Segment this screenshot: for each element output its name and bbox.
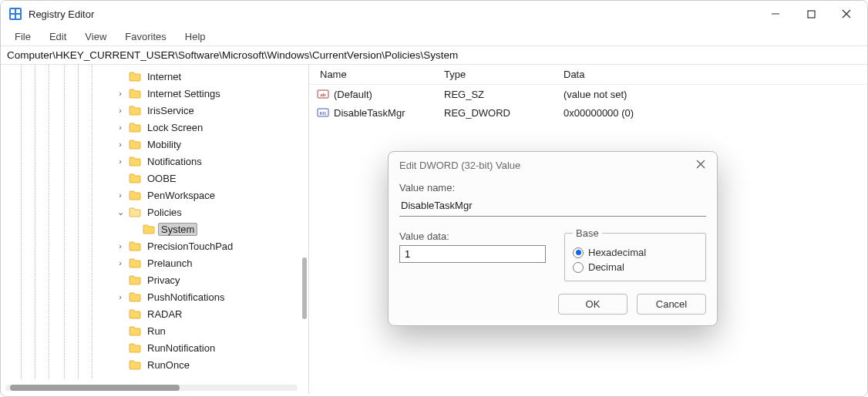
folder-icon xyxy=(129,325,141,336)
titlebar: Registry Editor xyxy=(1,1,867,27)
tree-node-run[interactable]: Run xyxy=(101,322,308,339)
regedit-icon xyxy=(8,7,22,21)
base-legend: Base xyxy=(573,227,602,239)
tree-node-label: OOBE xyxy=(144,172,180,185)
value-name-field[interactable]: DisableTaskMgr xyxy=(399,197,706,217)
svg-rect-6 xyxy=(808,11,815,18)
tree-node-label: Policies xyxy=(144,206,185,219)
maximize-button[interactable] xyxy=(793,1,829,27)
folder-icon xyxy=(129,342,141,353)
radio-decimal[interactable]: Decimal xyxy=(573,261,698,273)
dialog-title: Edit DWORD (32-bit) Value xyxy=(399,160,694,171)
tree-node-label: RADAR xyxy=(144,308,186,321)
menu-view[interactable]: View xyxy=(76,29,116,44)
address-bar[interactable]: Computer\HKEY_CURRENT_USER\Software\Micr… xyxy=(1,45,867,65)
value-name: (Default) xyxy=(334,89,372,100)
edit-dword-dialog: Edit DWORD (32-bit) Value Value name: Di… xyxy=(388,151,718,326)
folder-icon xyxy=(129,241,141,251)
value-type: REG_SZ xyxy=(444,89,564,100)
tree-node-runonce[interactable]: RunOnce xyxy=(101,356,308,373)
radio-hexadecimal-label: Hexadecimal xyxy=(588,247,646,258)
tree-node-irisservice[interactable]: › IrisService xyxy=(101,102,308,119)
tree-node-label: Lock Screen xyxy=(144,121,206,134)
tree-expander-icon[interactable]: › xyxy=(115,89,126,98)
tree-horizontal-scrollbar[interactable] xyxy=(5,385,298,391)
tree-node-label: Notifications xyxy=(144,155,205,168)
menu-file[interactable]: File xyxy=(5,29,40,44)
tree-node-internet-settings[interactable]: › Internet Settings xyxy=(101,85,308,102)
folder-icon xyxy=(129,274,141,285)
tree-node-privacy[interactable]: Privacy xyxy=(101,271,308,288)
cancel-button[interactable]: Cancel xyxy=(637,294,706,315)
menu-favorites[interactable]: Favorites xyxy=(116,29,175,44)
value-data: (value not set) xyxy=(564,89,867,100)
tree-expander-icon[interactable]: › xyxy=(115,241,126,251)
tree-node-lock-screen[interactable]: › Lock Screen xyxy=(101,119,308,136)
svg-rect-2 xyxy=(16,9,20,13)
tree-node-radar[interactable]: RADAR xyxy=(101,305,308,322)
tree-node-policies[interactable]: ⌄ Policies xyxy=(101,204,308,220)
menu-help[interactable]: Help xyxy=(176,29,215,44)
radio-decimal-indicator xyxy=(573,262,584,273)
value-data: 0x00000000 (0) xyxy=(564,107,867,119)
tree-node-runnotification[interactable]: RunNotification xyxy=(101,339,308,356)
value-name: DisableTaskMgr xyxy=(334,107,405,119)
tree-expander-icon[interactable]: › xyxy=(115,140,126,149)
tree-expander-icon[interactable]: › xyxy=(115,258,126,267)
tree-node-system[interactable]: System xyxy=(101,220,308,237)
svg-rect-1 xyxy=(11,9,15,13)
value-data-input[interactable] xyxy=(399,245,546,263)
folder-icon xyxy=(143,224,155,234)
folder-icon xyxy=(129,257,141,268)
tree-node-label: IrisService xyxy=(144,104,197,117)
folder-icon xyxy=(129,291,141,302)
tree-node-label: Internet xyxy=(144,70,184,83)
tree-horizontal-scrollbar-thumb[interactable] xyxy=(10,385,180,391)
ok-button[interactable]: OK xyxy=(558,294,627,315)
tree-node-label: RunNotification xyxy=(144,341,218,355)
value-row[interactable]: 011 DisableTaskMgr REG_DWORD 0x00000000 … xyxy=(309,103,867,122)
window-title: Registry Editor xyxy=(29,8,94,20)
tree-node-internet[interactable]: Internet xyxy=(101,68,308,85)
tree-expander-icon[interactable]: › xyxy=(115,106,126,115)
column-data[interactable]: Data xyxy=(564,69,867,80)
close-button[interactable] xyxy=(829,1,864,27)
folder-icon xyxy=(129,359,141,370)
folder-icon xyxy=(129,156,141,167)
tree-expander-icon[interactable]: › xyxy=(115,190,126,200)
minimize-button[interactable] xyxy=(758,1,793,27)
radio-hexadecimal-indicator xyxy=(573,247,584,258)
value-type: REG_DWORD xyxy=(444,107,564,119)
column-type[interactable]: Type xyxy=(444,69,564,80)
value-data-label: Value data: xyxy=(399,230,546,242)
tree-expander-icon[interactable]: ⌄ xyxy=(115,207,126,217)
tree-node-label: RunOnce xyxy=(144,358,193,372)
tree-node-label: Mobility xyxy=(144,138,184,151)
svg-text:011: 011 xyxy=(320,111,327,116)
dialog-close-button[interactable] xyxy=(694,160,708,171)
svg-rect-3 xyxy=(11,15,15,19)
tree-expander-icon[interactable]: › xyxy=(115,156,126,166)
folder-icon xyxy=(129,139,141,150)
tree-node-penworkspace[interactable]: › PenWorkspace xyxy=(101,187,308,204)
tree-node-notifications[interactable]: › Notifications xyxy=(101,153,308,170)
tree-node-mobility[interactable]: › Mobility xyxy=(101,136,308,153)
tree-vertical-scrollbar[interactable] xyxy=(302,257,307,319)
tree-expander-icon[interactable]: › xyxy=(115,123,126,132)
value-name-label: Value name: xyxy=(399,182,706,193)
tree-pane: Internet› Internet Settings› IrisService… xyxy=(1,65,309,394)
folder-icon xyxy=(129,122,141,133)
column-name[interactable]: Name xyxy=(309,69,444,80)
tree-node-precisiontouchpad[interactable]: › PrecisionTouchPad xyxy=(101,237,308,254)
tree-node-pushnotifications[interactable]: › PushNotifications xyxy=(101,288,308,305)
menu-edit[interactable]: Edit xyxy=(40,29,76,44)
tree-node-label: PenWorkspace xyxy=(144,189,218,202)
tree-expander-icon[interactable]: › xyxy=(115,292,126,301)
radio-hexadecimal[interactable]: Hexadecimal xyxy=(573,247,698,258)
reg-sz-icon: ab xyxy=(317,88,329,100)
tree-node-label: Run xyxy=(144,325,169,338)
folder-icon xyxy=(129,88,141,99)
tree-node-oobe[interactable]: OOBE xyxy=(101,170,308,187)
value-row[interactable]: ab (Default) REG_SZ (value not set) xyxy=(309,85,867,103)
tree-node-prelaunch[interactable]: › Prelaunch xyxy=(101,254,308,271)
